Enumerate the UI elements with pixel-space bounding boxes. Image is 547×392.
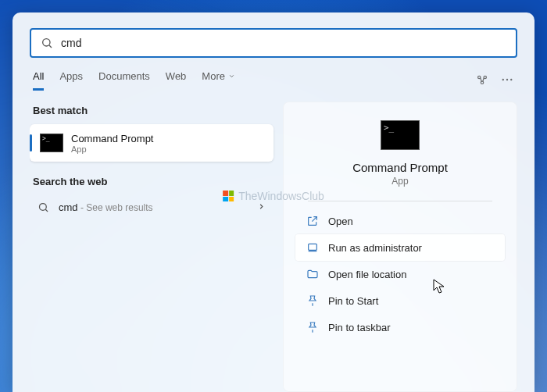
web-result-term: cmd [59, 201, 78, 213]
folder-icon [306, 268, 319, 280]
web-result[interactable]: cmd - See web results [30, 195, 274, 219]
svg-line-1 [49, 45, 52, 48]
svg-line-9 [45, 209, 48, 212]
search-panel: All Apps Documents Web More Best match C… [13, 12, 534, 392]
action-run-as-administrator[interactable]: Run as administrator [295, 234, 505, 261]
command-prompt-icon [381, 120, 420, 150]
best-match-result[interactable]: Command Prompt App [30, 124, 274, 162]
tab-apps[interactable]: Apps [59, 70, 83, 91]
filter-tabs: All Apps Documents Web More [30, 70, 517, 91]
results-list: Best match Command Prompt App Search the… [30, 102, 274, 392]
pin-icon [306, 321, 319, 333]
result-subtitle: App [71, 144, 153, 154]
detail-pane: Command Prompt App Open Run as administr… [283, 102, 517, 392]
tab-more[interactable]: More [202, 70, 235, 91]
pin-icon [306, 294, 319, 307]
chevron-down-icon [228, 73, 235, 80]
tab-all[interactable]: All [33, 70, 44, 91]
svg-point-8 [40, 204, 47, 211]
action-pin-to-taskbar[interactable]: Pin to taskbar [295, 314, 505, 340]
more-icon[interactable] [500, 73, 514, 89]
tab-web[interactable]: Web [166, 70, 187, 91]
action-pin-to-start[interactable]: Pin to Start [295, 287, 505, 314]
search-icon [41, 37, 53, 49]
share-icon[interactable] [475, 73, 489, 89]
chevron-right-icon [257, 201, 266, 213]
result-title: Command Prompt [71, 133, 153, 144]
detail-subtitle: App [391, 176, 408, 187]
action-open[interactable]: Open [295, 208, 505, 234]
web-result-hint: - See web results [78, 202, 153, 213]
detail-title: Command Prompt [352, 161, 448, 174]
svg-point-7 [510, 78, 512, 80]
command-prompt-icon [40, 134, 63, 152]
action-open-file-location[interactable]: Open file location [295, 261, 505, 287]
svg-point-4 [481, 81, 483, 84]
svg-point-5 [502, 78, 504, 80]
tab-documents[interactable]: Documents [98, 70, 150, 91]
open-icon [306, 215, 319, 227]
search-input[interactable] [61, 37, 506, 49]
admin-icon [306, 241, 319, 254]
svg-rect-10 [309, 244, 317, 250]
search-box[interactable] [30, 28, 517, 58]
divider [308, 201, 492, 201]
search-web-label: Search the web [33, 176, 270, 187]
svg-point-6 [506, 78, 508, 80]
svg-point-0 [43, 39, 50, 46]
best-match-label: Best match [33, 105, 270, 116]
search-icon [38, 201, 49, 213]
